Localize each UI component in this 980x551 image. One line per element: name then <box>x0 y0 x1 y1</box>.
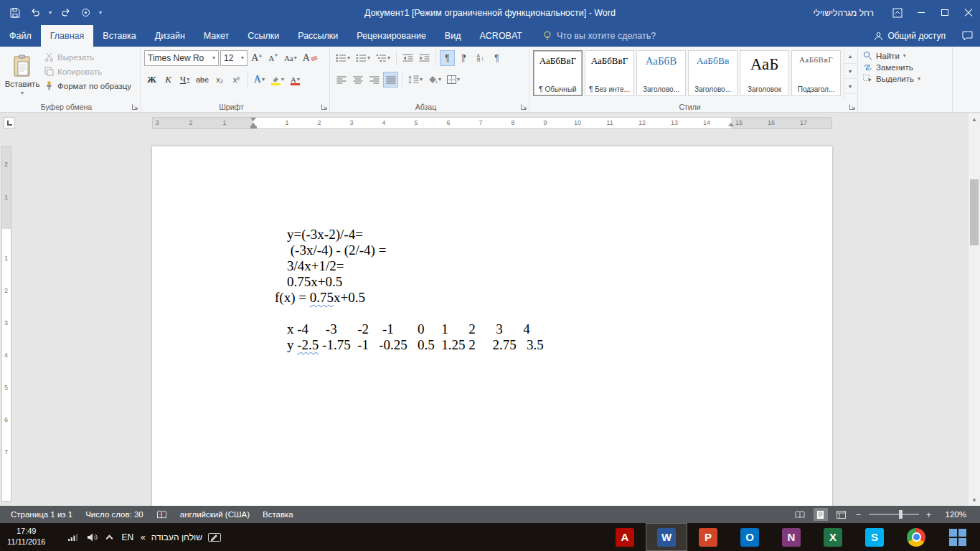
insert-mode-status[interactable]: Вставка <box>256 510 300 519</box>
language-indicator[interactable]: EN <box>121 532 133 542</box>
comments-button[interactable] <box>954 25 980 47</box>
undo-dropdown[interactable]: ▾ <box>46 9 55 16</box>
language-status[interactable]: английский (США) <box>174 510 256 519</box>
read-mode-button[interactable] <box>793 508 807 521</box>
tab-references[interactable]: Ссылки <box>238 25 288 47</box>
clipboard-dialog-launcher[interactable] <box>131 103 138 110</box>
sort-button[interactable]: АЯ ↓ <box>473 50 488 66</box>
borders-button[interactable]: ▾ <box>445 72 462 88</box>
highlight-button[interactable]: ▾ <box>268 72 286 88</box>
shrink-font-button[interactable]: А▾ <box>265 50 281 66</box>
hidden-icons-chevron[interactable] <box>107 534 112 541</box>
desktop-toolbar[interactable]: « שולחן העבודה <box>141 523 221 551</box>
web-layout-button[interactable] <box>834 508 849 521</box>
strikethrough-button[interactable]: abc <box>194 72 211 88</box>
right-to-left-paragraph-button[interactable]: ¶ <box>456 50 471 66</box>
zoom-slider[interactable] <box>869 514 919 515</box>
scroll-up-arrow[interactable]: ▴ <box>969 113 980 125</box>
bullets-button[interactable]: ▾ <box>334 50 352 66</box>
style-item[interactable]: АаБбВвЗаголово... <box>688 50 738 96</box>
italic-button[interactable]: К <box>161 72 176 88</box>
text-effects-button[interactable]: А▾ <box>252 72 267 88</box>
right-indent-marker[interactable] <box>728 123 734 126</box>
font-color-button[interactable]: А ▾ <box>288 72 303 88</box>
styles-scroll-down-button[interactable]: ▾ <box>844 64 856 79</box>
tab-stop-selector[interactable] <box>4 117 15 128</box>
multilevel-list-button[interactable]: ▾ <box>374 50 392 66</box>
word-count[interactable]: Число слов: 30 <box>79 510 150 519</box>
h-ruler[interactable]: 3211234567891011121314151617 <box>152 117 832 129</box>
font-name-combo[interactable]: Times New Ro ▾ <box>144 50 219 66</box>
network-signal-icon[interactable] <box>68 533 78 541</box>
ribbon-display-options-button[interactable] <box>885 0 909 25</box>
paste-button[interactable]: Вставить ▾ <box>2 49 42 101</box>
left-indent-marker[interactable] <box>250 126 257 128</box>
volume-icon[interactable] <box>88 533 98 542</box>
bold-button[interactable]: Ж <box>144 72 159 88</box>
clear-formatting-button[interactable]: А <box>301 50 319 66</box>
taskbar-app-powerpoint[interactable]: P <box>687 523 729 551</box>
tell-me-box[interactable]: Что вы хотите сделать? <box>543 25 656 47</box>
underline-button[interactable]: Ч▾ <box>177 72 192 88</box>
maximize-button[interactable] <box>933 0 956 25</box>
zoom-level[interactable]: 120% <box>939 510 973 519</box>
align-center-button[interactable] <box>350 72 365 88</box>
superscript-button[interactable]: x² <box>229 72 244 88</box>
proofing-status[interactable] <box>150 510 174 519</box>
zoom-out-button[interactable]: − <box>855 509 862 520</box>
touch-mode-button[interactable] <box>76 4 95 22</box>
shading-button[interactable]: ▾ <box>426 72 443 88</box>
tab-layout[interactable]: Макет <box>194 25 238 47</box>
redo-button[interactable] <box>56 4 75 22</box>
tab-mailings[interactable]: Рассылки <box>288 25 347 47</box>
tab-insert[interactable]: Вставка <box>93 25 145 47</box>
zoom-slider-thumb[interactable] <box>899 510 903 519</box>
quick-access-customize-dropdown[interactable]: ▾ <box>96 9 105 16</box>
subscript-button[interactable]: x₂ <box>212 72 227 88</box>
taskbar-app-acrobat[interactable]: A <box>604 523 646 551</box>
tab-review[interactable]: Рецензирование <box>347 25 435 47</box>
show-formatting-marks-button[interactable]: ¶ <box>489 50 504 66</box>
taskbar-app-start[interactable] <box>937 523 979 551</box>
format-painter-button[interactable]: Формат по образцу <box>42 80 133 91</box>
increase-indent-button[interactable] <box>417 50 432 66</box>
change-case-button[interactable]: Аа▾ <box>282 50 299 66</box>
taskbar-app-excel[interactable]: X <box>812 523 854 551</box>
numbering-button[interactable]: ▾ <box>354 50 372 66</box>
styles-scroll-up-button[interactable]: ▴ <box>844 49 856 64</box>
copy-button[interactable]: Копировать <box>42 66 133 77</box>
print-layout-button[interactable] <box>814 508 828 521</box>
align-right-button[interactable] <box>367 72 382 88</box>
share-button[interactable]: Общий доступ <box>865 25 954 47</box>
styles-dialog-launcher[interactable] <box>849 103 856 110</box>
taskbar-app-onenote[interactable]: N <box>771 523 812 551</box>
taskbar-clock[interactable]: 17:49 11/11/2016 <box>0 523 52 551</box>
document-page[interactable]: y=(-3x-2)/-4= (-3x/-4) - (2/-4) =3/4x+1/… <box>152 146 832 506</box>
v-ruler[interactable]: 211234567 <box>1 146 11 501</box>
undo-button[interactable] <box>26 4 44 22</box>
page-count[interactable]: Страница 1 из 1 <box>4 510 79 519</box>
left-to-right-paragraph-button[interactable]: ¶ <box>440 50 455 66</box>
justify-button[interactable] <box>383 72 398 88</box>
style-item[interactable]: АаБбВвГ¶ Обычный <box>533 50 583 96</box>
taskbar-app-outlook[interactable]: O <box>729 523 771 551</box>
tab-home[interactable]: Главная <box>41 25 94 47</box>
scroll-down-arrow[interactable]: ▾ <box>969 494 980 506</box>
close-button[interactable] <box>956 0 980 25</box>
line-spacing-button[interactable]: ▾ <box>406 72 425 88</box>
style-item[interactable]: АаБбВвГ¶ Без инте... <box>585 50 634 96</box>
decrease-indent-button[interactable] <box>400 50 415 66</box>
style-item[interactable]: АаБбВЗаголово... <box>636 50 686 96</box>
account-name[interactable]: רחל מגרהלישוילי <box>813 8 874 18</box>
tab-file[interactable]: Файл <box>0 25 41 47</box>
find-button[interactable]: Найти ▾ <box>860 51 950 60</box>
styles-more-button[interactable]: ▾ <box>844 79 856 94</box>
minimize-button[interactable] <box>909 0 933 25</box>
align-left-button[interactable] <box>334 72 349 88</box>
font-size-combo[interactable]: 12 ▾ <box>220 50 248 66</box>
scrollbar-thumb[interactable] <box>970 179 979 245</box>
style-item[interactable]: АаБЗаголовок <box>740 50 789 96</box>
save-button[interactable] <box>6 4 24 22</box>
tab-acrobat[interactable]: ACROBAT <box>470 25 532 47</box>
font-dialog-launcher[interactable] <box>321 103 328 110</box>
